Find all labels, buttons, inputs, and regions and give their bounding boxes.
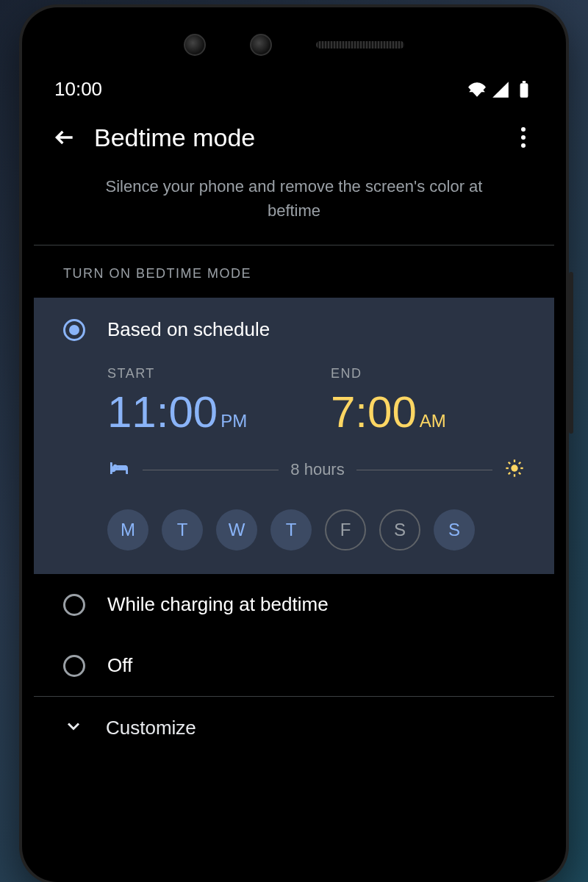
end-time-digits: 7:00 [331, 390, 417, 434]
end-time-value: 7:00 AM [331, 390, 525, 434]
day-selector: MTWTFSS [107, 509, 525, 551]
svg-line-14 [519, 462, 520, 464]
end-label: END [331, 366, 525, 381]
signal-icon [491, 80, 510, 99]
svg-point-6 [511, 465, 517, 471]
app-bar: Bedtime mode [34, 115, 554, 171]
status-bar: 10:00 [34, 71, 554, 115]
start-time-button[interactable]: START 11:00 PM [107, 366, 301, 434]
end-time-ampm: AM [420, 412, 446, 430]
section-header: TURN ON BEDTIME MODE [34, 245, 554, 298]
svg-line-12 [519, 473, 520, 474]
day-toggle[interactable]: F [325, 509, 366, 551]
day-toggle[interactable]: T [162, 509, 203, 551]
end-time-button[interactable]: END 7:00 AM [331, 366, 525, 434]
day-toggle[interactable]: W [216, 509, 257, 551]
status-time: 10:00 [54, 78, 102, 101]
page-title: Bedtime mode [94, 123, 507, 152]
bed-icon [107, 456, 131, 483]
duration-row: 8 hours [107, 456, 525, 483]
radio-unselected-icon [63, 655, 85, 677]
day-toggle[interactable]: S [434, 509, 475, 551]
earpiece-speaker [316, 41, 404, 49]
day-toggle[interactable]: S [379, 509, 420, 551]
option-off[interactable]: Off [34, 635, 554, 696]
battery-icon [514, 80, 534, 99]
radio-unselected-icon [63, 594, 85, 616]
day-toggle[interactable]: T [270, 509, 312, 551]
option-charging-label: While charging at bedtime [107, 593, 329, 616]
phone-screen: 10:00 Bedtime mode Silence your phone an… [34, 19, 554, 870]
phone-frame: 10:00 Bedtime mode Silence your phone an… [22, 7, 566, 882]
option-charging[interactable]: While charging at bedtime [34, 574, 554, 635]
wifi-icon [467, 80, 487, 99]
schedule-panel: Based on schedule START 11:00 PM END 7:0… [34, 298, 554, 574]
customize-row[interactable]: Customize [34, 697, 554, 759]
svg-point-5 [113, 465, 117, 468]
option-off-label: Off [107, 654, 132, 677]
svg-rect-1 [523, 81, 526, 83]
radio-selected-icon [63, 319, 85, 341]
page-description: Silence your phone and remove the screen… [34, 171, 554, 245]
svg-rect-4 [126, 468, 128, 474]
duration-text: 8 hours [290, 460, 344, 479]
chevron-down-icon [63, 716, 84, 739]
customize-label: Customize [106, 717, 196, 739]
start-time-digits: 11:00 [107, 390, 218, 434]
duration-line [356, 470, 492, 470]
sun-icon [504, 458, 525, 481]
more-button[interactable] [507, 127, 539, 148]
svg-line-11 [509, 462, 510, 464]
start-time-ampm: PM [220, 412, 247, 430]
back-arrow-icon [53, 126, 76, 149]
schedule-times: START 11:00 PM END 7:00 AM [107, 366, 525, 434]
option-schedule[interactable]: Based on schedule [63, 318, 525, 345]
front-camera [250, 34, 272, 56]
svg-rect-0 [520, 83, 528, 97]
phone-hardware [34, 19, 554, 71]
svg-rect-3 [110, 468, 128, 470]
back-button[interactable] [49, 121, 81, 154]
start-label: START [107, 366, 301, 381]
duration-line [143, 470, 279, 470]
front-camera [184, 34, 206, 56]
svg-line-13 [509, 473, 510, 474]
start-time-value: 11:00 PM [107, 390, 301, 434]
status-icons [467, 80, 534, 99]
option-schedule-label: Based on schedule [107, 318, 270, 341]
day-toggle[interactable]: M [107, 509, 148, 551]
